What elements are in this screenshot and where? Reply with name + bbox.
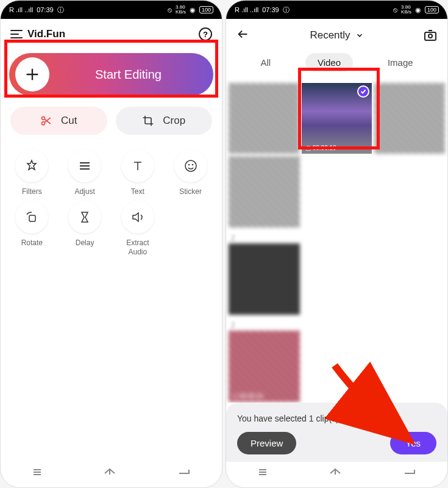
tool-label: Text bbox=[131, 187, 144, 196]
wifi-icon: ◉ bbox=[415, 6, 421, 14]
tool-filters[interactable]: Filters bbox=[8, 149, 56, 196]
camera-button[interactable] bbox=[419, 28, 438, 43]
smile-icon bbox=[183, 159, 198, 173]
date-header: 2 bbox=[229, 317, 445, 331]
info-icon: ⓘ bbox=[57, 5, 64, 15]
tool-sticker[interactable]: Sticker bbox=[166, 149, 215, 196]
video-duration: ▢ 00:00:16 bbox=[232, 393, 263, 400]
video-duration: ▢ 00:00:13 bbox=[305, 145, 336, 151]
preview-button[interactable]: Preview bbox=[237, 432, 296, 454]
wifi-icon: ◉ bbox=[190, 6, 196, 14]
app-title: Vid.Fun bbox=[27, 28, 65, 40]
hourglass-icon bbox=[77, 210, 92, 224]
help-icon[interactable]: ? bbox=[199, 27, 212, 41]
tool-label: Extract Audio bbox=[126, 239, 149, 256]
tab-image[interactable]: Image bbox=[375, 53, 425, 72]
svg-rect-21 bbox=[425, 32, 436, 40]
gallery: ▢ 00:00:13 2 2 ▢ 00:00:16 bbox=[226, 77, 447, 403]
status-bar: R .ıll ..ıll 07:39 ⓘ ⦸ 3.80KB/s ◉ 100 bbox=[226, 1, 447, 19]
start-editing-label: Start Editing bbox=[49, 68, 207, 82]
tool-text[interactable]: Text bbox=[114, 149, 162, 196]
selection-text: You have selected 1 clip(s) (uxxxxx). bbox=[237, 414, 436, 423]
battery-icon: 100 bbox=[199, 6, 213, 13]
menu-icon[interactable] bbox=[10, 30, 23, 38]
phone-left-editor: R .ıll ..ıll 07:39 ⓘ ⦸ 3.80KB/s ◉ 100 Vi… bbox=[0, 0, 222, 488]
crop-button[interactable]: Crop bbox=[116, 107, 213, 135]
nav-home-icon[interactable] bbox=[102, 465, 117, 479]
nav-back-icon[interactable] bbox=[401, 465, 418, 479]
info-icon: ⓘ bbox=[283, 5, 290, 15]
sliders-icon bbox=[77, 159, 92, 173]
tool-grid: Filters Adjust Text Sticker Rotate Delay… bbox=[1, 140, 222, 266]
media-tabs: All Video Image bbox=[226, 48, 447, 77]
audio-icon bbox=[130, 210, 145, 224]
tool-label: Adjust bbox=[74, 187, 94, 196]
picker-header: Recently bbox=[226, 19, 447, 48]
nav-home-icon[interactable] bbox=[328, 465, 343, 479]
mute-icon: ⦸ bbox=[168, 6, 172, 14]
video-thumbnail[interactable] bbox=[229, 156, 300, 228]
video-thumbnail[interactable] bbox=[374, 83, 445, 154]
selection-panel: You have selected 1 clip(s) (uxxxxx). Pr… bbox=[226, 403, 447, 462]
tool-label: Delay bbox=[76, 239, 94, 247]
tool-rotate[interactable]: Rotate bbox=[8, 201, 56, 256]
status-time: 07:39 bbox=[37, 6, 54, 13]
nav-recent-icon[interactable] bbox=[255, 465, 270, 479]
tab-video[interactable]: Video bbox=[305, 53, 353, 72]
battery-icon: 100 bbox=[425, 6, 439, 13]
tool-delay[interactable]: Delay bbox=[61, 201, 109, 256]
video-thumbnail[interactable]: ▢ 00:00:16 bbox=[229, 331, 300, 402]
date-header: 2 bbox=[229, 230, 445, 243]
tool-label: Rotate bbox=[21, 239, 43, 247]
status-bar: R .ıll ..ıll 07:39 ⓘ ⦸ 3.80KB/s ◉ 100 bbox=[1, 1, 222, 19]
cut-label: Cut bbox=[61, 115, 77, 127]
plus-icon bbox=[15, 57, 49, 92]
start-editing-button[interactable]: Start Editing bbox=[9, 53, 213, 96]
phone-right-picker: R .ıll ..ıll 07:39 ⓘ ⦸ 3.80KB/s ◉ 100 Re… bbox=[226, 0, 448, 488]
text-icon bbox=[130, 159, 145, 173]
rotate-icon bbox=[24, 210, 39, 224]
status-time: 07:39 bbox=[262, 6, 279, 13]
svg-point-12 bbox=[188, 165, 189, 165]
signal-indicator: R .ıll ..ıll bbox=[235, 6, 258, 13]
crop-icon bbox=[142, 115, 154, 127]
folder-label: Recently bbox=[310, 29, 350, 41]
tool-label: Sticker bbox=[179, 187, 202, 196]
tool-adjust[interactable]: Adjust bbox=[61, 149, 109, 196]
nav-recent-icon[interactable] bbox=[30, 465, 44, 479]
svg-point-3 bbox=[42, 122, 45, 125]
svg-point-22 bbox=[428, 34, 432, 38]
video-thumbnail-selected[interactable]: ▢ 00:00:13 bbox=[302, 83, 372, 154]
svg-point-2 bbox=[42, 117, 45, 120]
yes-button[interactable]: Yes bbox=[390, 432, 436, 454]
chevron-down-icon bbox=[355, 31, 364, 40]
network-icon: 3.80KB/s bbox=[176, 5, 186, 15]
tool-label: Filters bbox=[22, 187, 42, 196]
signal-indicator: R .ıll ..ıll bbox=[9, 6, 33, 13]
camera-icon bbox=[423, 28, 438, 43]
video-thumbnail[interactable] bbox=[229, 243, 300, 315]
cut-button[interactable]: Cut bbox=[10, 107, 107, 135]
tool-extract-audio[interactable]: Extract Audio bbox=[114, 201, 162, 256]
svg-point-11 bbox=[185, 160, 196, 171]
mute-icon: ⦸ bbox=[393, 6, 397, 14]
video-thumbnail[interactable] bbox=[229, 83, 299, 154]
nav-back-icon[interactable] bbox=[176, 465, 193, 479]
folder-dropdown[interactable]: Recently bbox=[310, 29, 363, 41]
nav-bar bbox=[1, 462, 222, 487]
check-icon bbox=[357, 85, 369, 98]
svg-rect-14 bbox=[29, 215, 35, 221]
scissors-icon bbox=[40, 115, 52, 127]
star-icon bbox=[24, 159, 39, 173]
back-button[interactable] bbox=[236, 27, 254, 43]
crop-label: Crop bbox=[163, 115, 185, 127]
svg-point-13 bbox=[192, 165, 193, 165]
nav-bar bbox=[226, 462, 447, 487]
network-icon: 3.80KB/s bbox=[401, 5, 411, 15]
tab-all[interactable]: All bbox=[248, 53, 283, 72]
app-header: Vid.Fun ? bbox=[1, 19, 222, 47]
svg-marker-15 bbox=[133, 213, 138, 221]
